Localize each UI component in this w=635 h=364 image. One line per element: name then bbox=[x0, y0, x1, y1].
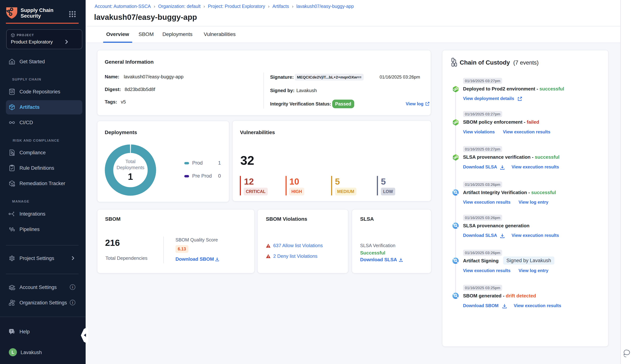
svg-text:?: ? bbox=[11, 330, 12, 333]
